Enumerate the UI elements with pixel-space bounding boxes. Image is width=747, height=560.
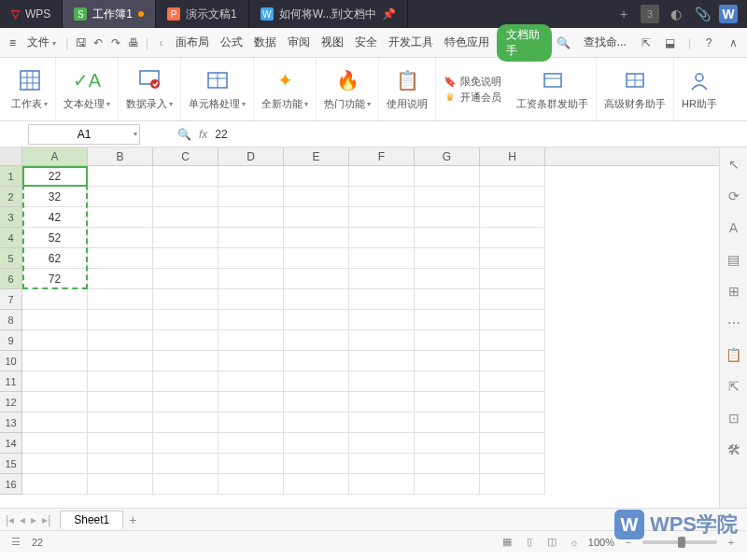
- cell-B1[interactable]: [88, 166, 153, 187]
- cell-F6[interactable]: [349, 269, 415, 289]
- document-tab-2[interactable]: P 演示文稿1: [156, 0, 249, 28]
- cell-C12[interactable]: [153, 392, 218, 413]
- cell-A16[interactable]: [22, 474, 88, 495]
- cell-B7[interactable]: [88, 289, 153, 310]
- cell-A12[interactable]: [22, 392, 88, 413]
- cell-A4[interactable]: 52: [22, 228, 88, 248]
- cell-D7[interactable]: [218, 289, 284, 310]
- view-normal-icon[interactable]: ▦: [499, 535, 515, 550]
- cell-A10[interactable]: [22, 351, 88, 371]
- menu-formula[interactable]: 公式: [217, 33, 247, 52]
- text-icon[interactable]: A: [725, 218, 743, 237]
- cell-H1[interactable]: [480, 166, 545, 187]
- cell-B16[interactable]: [88, 474, 153, 495]
- view-split-icon[interactable]: ◫: [543, 535, 560, 550]
- cell-C11[interactable]: [153, 371, 218, 392]
- brightness-icon[interactable]: ☼: [566, 535, 583, 550]
- row-header-3[interactable]: 3: [0, 207, 22, 228]
- cursor-icon[interactable]: ↖: [725, 155, 743, 174]
- cell-G11[interactable]: [415, 371, 480, 392]
- menu-layout[interactable]: 面布局: [172, 33, 213, 52]
- cell-A11[interactable]: [22, 371, 88, 392]
- cell-C6[interactable]: [153, 269, 218, 289]
- cell-H7[interactable]: [480, 289, 545, 310]
- cell-E2[interactable]: [284, 187, 349, 207]
- ribbon-help[interactable]: 📋 使用说明: [379, 58, 436, 120]
- ribbon-datainput[interactable]: 数据录入▾: [119, 58, 181, 120]
- menu-icon[interactable]: ≡: [6, 35, 20, 51]
- row-header-9[interactable]: 9: [0, 330, 22, 351]
- column-header-E[interactable]: E: [284, 147, 349, 165]
- scroll-left-icon[interactable]: ‹: [154, 35, 168, 51]
- cell-E14[interactable]: [284, 433, 349, 454]
- cell-B5[interactable]: [88, 248, 153, 269]
- add-sheet-button[interactable]: +: [129, 512, 136, 527]
- cell-G13[interactable]: [415, 413, 480, 433]
- cell-D9[interactable]: [218, 330, 284, 351]
- menu-special[interactable]: 特色应用: [441, 33, 493, 52]
- zoom-in-icon[interactable]: +: [723, 535, 740, 550]
- row-header-4[interactable]: 4: [0, 228, 22, 248]
- cell-D3[interactable]: [218, 207, 284, 228]
- row-header-7[interactable]: 7: [0, 289, 22, 310]
- cell-C16[interactable]: [153, 474, 218, 495]
- menu-data[interactable]: 数据: [250, 33, 280, 52]
- cell-D15[interactable]: [218, 454, 284, 474]
- cell-G7[interactable]: [415, 289, 480, 310]
- ribbon-worksheet[interactable]: 工作表▾: [4, 58, 56, 120]
- sheet-tab-1[interactable]: Sheet1: [60, 511, 123, 528]
- ribbon-new[interactable]: ✦ 全新功能▾: [254, 58, 317, 120]
- cell-E5[interactable]: [284, 248, 349, 269]
- row-header-5[interactable]: 5: [0, 248, 22, 269]
- row-header-8[interactable]: 8: [0, 310, 22, 330]
- membership-button[interactable]: ♛开通会员: [444, 91, 501, 105]
- row-header-13[interactable]: 13: [0, 413, 22, 433]
- share-icon[interactable]: ⇱: [638, 35, 655, 51]
- cell-F16[interactable]: [349, 474, 415, 495]
- ribbon-hot[interactable]: 🔥 热门功能▾: [317, 58, 379, 120]
- cell-G10[interactable]: [415, 351, 480, 371]
- cell-A9[interactable]: [22, 330, 88, 351]
- ribbon-payroll[interactable]: 工资条群发助手: [509, 58, 597, 120]
- undo-icon[interactable]: ↶: [92, 35, 106, 51]
- zoom-slider[interactable]: [642, 540, 717, 544]
- ribbon-hr[interactable]: HR助手: [674, 58, 725, 120]
- cell-D2[interactable]: [218, 187, 284, 207]
- column-header-A[interactable]: A: [22, 147, 88, 165]
- ribbon-text[interactable]: ✓A 文本处理▾: [56, 58, 119, 120]
- list-icon[interactable]: ☰: [7, 535, 24, 550]
- cell-D16[interactable]: [218, 474, 284, 495]
- cell-E9[interactable]: [284, 330, 349, 351]
- cell-A2[interactable]: 32: [22, 187, 88, 207]
- cell-F9[interactable]: [349, 330, 415, 351]
- column-header-B[interactable]: B: [88, 147, 153, 165]
- cell-G1[interactable]: [415, 166, 480, 187]
- cell-E7[interactable]: [284, 289, 349, 310]
- paperclip-icon[interactable]: 📎: [693, 5, 712, 23]
- row-header-16[interactable]: 16: [0, 474, 22, 495]
- cell-E1[interactable]: [284, 166, 349, 187]
- cell-G3[interactable]: [415, 207, 480, 228]
- row-header-1[interactable]: 1: [0, 166, 22, 187]
- row-header-11[interactable]: 11: [0, 371, 22, 392]
- collapse-icon[interactable]: ⬓: [662, 35, 679, 51]
- cell-B15[interactable]: [88, 454, 153, 474]
- cell-F5[interactable]: [349, 248, 415, 269]
- cell-H3[interactable]: [480, 207, 545, 228]
- cell-E16[interactable]: [284, 474, 349, 495]
- sheet-first-icon[interactable]: |◂: [4, 513, 16, 526]
- cell-C2[interactable]: [153, 187, 218, 207]
- cell-H2[interactable]: [480, 187, 545, 207]
- cell-C7[interactable]: [153, 289, 218, 310]
- cell-G4[interactable]: [415, 228, 480, 248]
- cell-C4[interactable]: [153, 228, 218, 248]
- cell-A5[interactable]: 62: [22, 248, 88, 269]
- print-icon[interactable]: 🖶: [126, 35, 140, 51]
- row-header-14[interactable]: 14: [0, 433, 22, 454]
- cell-H15[interactable]: [480, 454, 545, 474]
- free-info-button[interactable]: 🔖限免说明: [444, 75, 501, 89]
- layout-icon[interactable]: ▤: [725, 250, 743, 269]
- cell-B14[interactable]: [88, 433, 153, 454]
- cell-A14[interactable]: [22, 433, 88, 454]
- cell-B9[interactable]: [88, 330, 153, 351]
